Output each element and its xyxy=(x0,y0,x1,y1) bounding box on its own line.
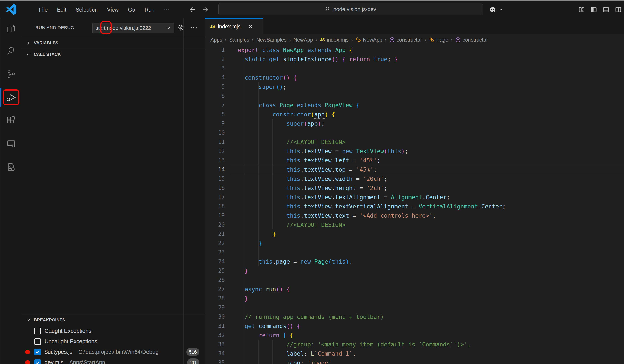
command-center-search[interactable]: node.vision.js-dev xyxy=(218,3,483,15)
breadcrumb-item-constructor[interactable]: constructor xyxy=(455,37,488,43)
line-number[interactable]: 35 xyxy=(205,358,231,364)
line-number[interactable]: 9 xyxy=(205,119,231,128)
code-line-1[interactable]: 1export class NewApp extends App { xyxy=(205,45,624,55)
debug-settings-gear-icon[interactable] xyxy=(176,18,186,37)
breadcrumb-item-constructor[interactable]: constructor xyxy=(389,37,422,43)
line-number[interactable]: 4 xyxy=(205,73,231,82)
line-number[interactable]: 8 xyxy=(205,110,231,119)
code-line-24[interactable]: 24this.page = new Page(this); xyxy=(205,257,624,266)
breadcrumb-item-samples[interactable]: Samples xyxy=(229,37,249,43)
line-number[interactable]: 34 xyxy=(205,349,231,358)
code-line-31[interactable]: 31get commands() { xyxy=(205,321,624,331)
breakpoint-checkbox[interactable] xyxy=(34,338,41,345)
breakpoint-row-caught-exceptions[interactable]: Caught Exceptions xyxy=(21,326,205,336)
line-number[interactable]: 27 xyxy=(205,285,231,294)
source-control-icon[interactable] xyxy=(0,64,22,85)
line-number[interactable]: 7 xyxy=(205,100,231,110)
line-number[interactable]: 12 xyxy=(205,146,231,156)
code-line-30[interactable]: 30// running app commands (menu + toolba… xyxy=(205,312,624,321)
line-number[interactable]: 25 xyxy=(205,266,231,275)
tab-close-icon[interactable] xyxy=(248,24,253,29)
code-line-9[interactable]: 9super(app); xyxy=(205,119,624,128)
breadcrumb-item-apps[interactable]: Apps xyxy=(210,37,222,43)
line-number[interactable]: 3 xyxy=(205,64,231,73)
line-number[interactable]: 18 xyxy=(205,202,231,211)
menu-more[interactable]: ⋯ xyxy=(159,7,174,13)
breakpoint-checkbox[interactable] xyxy=(34,328,41,335)
variables-section-header[interactable]: VARIABLES xyxy=(21,37,205,49)
line-number[interactable]: 6 xyxy=(205,91,231,100)
code-line-22[interactable]: 22} xyxy=(205,239,624,248)
customize-layout-icon[interactable] xyxy=(578,6,585,13)
line-number[interactable]: 10 xyxy=(205,128,231,137)
search-view-icon[interactable] xyxy=(0,41,22,61)
runtime-settings-icon[interactable] xyxy=(0,157,22,177)
run-and-debug-view-icon[interactable] xyxy=(0,87,22,108)
line-number[interactable]: 29 xyxy=(205,303,231,312)
line-number[interactable]: 26 xyxy=(205,275,231,285)
code-line-34[interactable]: 34label: L`Command 1`, xyxy=(205,349,624,358)
toggle-secondary-sidebar-icon[interactable] xyxy=(615,6,622,13)
menu-go[interactable]: Go xyxy=(123,7,140,13)
menu-view[interactable]: View xyxy=(102,7,123,13)
code-line-3[interactable]: 3 xyxy=(205,64,624,73)
line-number[interactable]: 28 xyxy=(205,294,231,303)
code-line-5[interactable]: 5super(); xyxy=(205,82,624,91)
views-more-actions-icon[interactable] xyxy=(188,18,199,37)
breadcrumb-item-newapp[interactable]: NewApp xyxy=(356,37,382,43)
breakpoint-checkbox[interactable] xyxy=(34,349,41,355)
line-number[interactable]: 2 xyxy=(205,55,231,64)
line-number[interactable]: 11 xyxy=(205,137,231,146)
breakpoint-checkbox[interactable] xyxy=(34,359,41,364)
code-line-15[interactable]: 15this.textView.width = '20ch'; xyxy=(205,174,624,183)
code-line-2[interactable]: 2static get singleInstance() { return tr… xyxy=(205,55,624,64)
code-line-32[interactable]: 32return [ { xyxy=(205,331,624,340)
code-line-21[interactable]: 21} xyxy=(205,229,624,239)
code-line-27[interactable]: 27async run() { xyxy=(205,285,624,294)
code-line-33[interactable]: 33//group: '<main meny item (default is … xyxy=(205,340,624,349)
breakpoint-row-uncaught-exceptions[interactable]: Uncaught Exceptions xyxy=(21,336,205,347)
code-line-14[interactable]: 14this.textView.top = '45%'; xyxy=(205,165,624,174)
remote-explorer-icon[interactable] xyxy=(0,134,22,154)
code-line-18[interactable]: 18this.textView.textVerticalAlignment = … xyxy=(205,202,624,211)
code-line-4[interactable]: 4constructor() { xyxy=(205,73,624,82)
line-number[interactable]: 15 xyxy=(205,174,231,183)
line-number[interactable]: 24 xyxy=(205,257,231,266)
copilot-menu[interactable] xyxy=(489,1,503,18)
line-number[interactable]: 17 xyxy=(205,193,231,202)
code-line-25[interactable]: 25} xyxy=(205,266,624,275)
toggle-panel-icon[interactable] xyxy=(603,6,609,13)
breadcrumb-item-index-mjs[interactable]: JSindex.mjs xyxy=(320,37,349,43)
launch-config-dropdown[interactable]: start node.vision.js:9222 xyxy=(92,23,174,33)
line-number[interactable]: 1 xyxy=(205,45,231,55)
line-number[interactable]: 33 xyxy=(205,340,231,349)
breadcrumb-item-newsamples[interactable]: NewSamples xyxy=(256,37,286,43)
line-number[interactable]: 30 xyxy=(205,312,231,321)
code-line-19[interactable]: 19this.textView.text = '<Add controls he… xyxy=(205,211,624,220)
code-line-29[interactable]: 29 xyxy=(205,303,624,312)
forward-arrow-icon[interactable] xyxy=(202,6,209,13)
line-number[interactable]: 16 xyxy=(205,183,231,193)
line-number[interactable]: 23 xyxy=(205,248,231,257)
code-line-17[interactable]: 17this.textView.textAlignment = Alignmen… xyxy=(205,193,624,202)
code-line-12[interactable]: 12this.textView = new TextView(this); xyxy=(205,146,624,156)
breadcrumb-item-newapp[interactable]: NewApp xyxy=(293,37,313,43)
line-number[interactable]: 20 xyxy=(205,220,231,229)
line-number[interactable]: 31 xyxy=(205,321,231,331)
line-number[interactable]: 32 xyxy=(205,331,231,340)
code-line-35[interactable]: 35icon: 'image', xyxy=(205,358,624,364)
breadcrumb-item-page[interactable]: Page xyxy=(429,37,448,43)
breakpoint-row--ui-types-js[interactable]: $ui.types.jsC:\das.project\!bin\Win64\De… xyxy=(21,347,205,357)
call-stack-section-header[interactable]: CALL STACK xyxy=(21,49,205,60)
code-line-7[interactable]: 7class Page extends PageView { xyxy=(205,100,624,110)
menu-file[interactable]: File xyxy=(34,7,52,13)
explorer-icon[interactable] xyxy=(0,18,22,39)
tab-index-mjs[interactable]: JS index.mjs xyxy=(205,18,263,34)
menu-edit[interactable]: Edit xyxy=(52,7,71,13)
code-line-26[interactable]: 26 xyxy=(205,275,624,285)
toggle-primary-sidebar-icon[interactable] xyxy=(590,6,597,13)
code-editor[interactable]: 1export class NewApp extends App {2stati… xyxy=(205,45,624,364)
line-number[interactable]: 19 xyxy=(205,211,231,220)
code-line-28[interactable]: 28} xyxy=(205,294,624,303)
code-line-6[interactable]: 6 xyxy=(205,91,624,100)
